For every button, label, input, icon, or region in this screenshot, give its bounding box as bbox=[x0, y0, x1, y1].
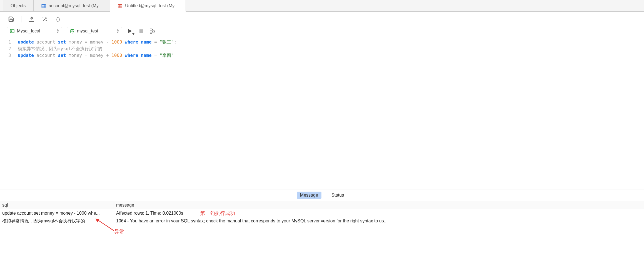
editor: 123 update account set money = money - 1… bbox=[0, 38, 644, 189]
chevron-updown-icon bbox=[115, 29, 119, 33]
line-number: 2 bbox=[0, 45, 11, 52]
database-icon bbox=[70, 29, 75, 34]
code-line: update account set money = money - 1000 … bbox=[18, 39, 644, 45]
connection-toolbar: Mysql_local mysql_test bbox=[0, 25, 644, 38]
stop-icon[interactable] bbox=[138, 28, 144, 34]
column-sql[interactable]: sql bbox=[0, 202, 114, 209]
tab-label: Untitled@mysql_test (My... bbox=[125, 3, 178, 8]
code-line: update account set money = money + 1000 … bbox=[18, 52, 644, 59]
table-icon bbox=[41, 4, 46, 8]
wand-icon[interactable] bbox=[41, 16, 48, 22]
query-table-icon bbox=[118, 4, 122, 8]
toolbar: () bbox=[0, 12, 644, 25]
toolbar-divider bbox=[21, 16, 21, 22]
svg-rect-15 bbox=[150, 29, 152, 30]
svg-rect-1 bbox=[42, 4, 46, 5]
svg-rect-16 bbox=[153, 31, 154, 32]
document-tabs: Objects account@mysql_test (My... Untitl… bbox=[0, 0, 644, 12]
results-row[interactable]: 模拟异常情况，因为mysql不会执行汉字的 1064 - You have an… bbox=[0, 217, 644, 225]
svg-rect-7 bbox=[118, 4, 122, 5]
tab-label: Objects bbox=[11, 3, 26, 8]
tab-account[interactable]: account@mysql_test (My... bbox=[34, 0, 110, 11]
parentheses-icon[interactable]: () bbox=[55, 16, 61, 22]
tab-objects[interactable]: Objects bbox=[3, 0, 34, 11]
explain-icon[interactable] bbox=[149, 28, 156, 34]
result-tabs: Message Status bbox=[0, 189, 644, 201]
line-gutter: 123 bbox=[0, 39, 14, 189]
results-row[interactable]: update account set money = money - 1000 … bbox=[0, 209, 644, 217]
server-name: Mysql_local bbox=[17, 29, 53, 34]
save-icon[interactable] bbox=[8, 16, 14, 22]
database-dropdown[interactable]: mysql_test bbox=[67, 27, 122, 35]
tab-status[interactable]: Status bbox=[328, 192, 347, 199]
connection-icon bbox=[10, 29, 15, 34]
cell-sql: update account set money = money - 1000 … bbox=[0, 210, 114, 216]
hammer-icon[interactable] bbox=[28, 16, 35, 22]
svg-point-13 bbox=[71, 29, 74, 30]
cell-sql: 模拟异常情况，因为mysql不会执行汉字的 bbox=[0, 218, 114, 225]
sql-editor[interactable]: 123 update account set money = money - 1… bbox=[0, 38, 644, 189]
tab-label: account@mysql_test (My... bbox=[49, 3, 102, 8]
chevron-updown-icon bbox=[55, 29, 59, 33]
results-panel: sql message update account set money = m… bbox=[0, 201, 644, 259]
code-content: update account set money = money - 1000 … bbox=[14, 39, 644, 189]
cell-message: Affected rows: 1, Time: 0.021000s bbox=[114, 210, 644, 216]
server-dropdown[interactable]: Mysql_local bbox=[7, 27, 62, 35]
svg-rect-14 bbox=[139, 29, 143, 33]
line-number: 1 bbox=[0, 39, 11, 45]
line-number: 3 bbox=[0, 52, 11, 59]
svg-rect-17 bbox=[150, 32, 152, 34]
code-line: 模拟异常情况，因为mysql不会执行汉字的 bbox=[18, 45, 644, 52]
run-icon[interactable] bbox=[127, 28, 133, 34]
database-name: mysql_test bbox=[77, 29, 113, 34]
cell-message: 1064 - You have an error in your SQL syn… bbox=[114, 218, 644, 224]
tab-message[interactable]: Message bbox=[297, 192, 321, 199]
annotation-error: 异常 bbox=[114, 228, 124, 235]
column-message[interactable]: message bbox=[114, 202, 644, 209]
tab-untitled[interactable]: Untitled@mysql_test (My... bbox=[110, 0, 186, 12]
results-header: sql message bbox=[0, 201, 644, 209]
